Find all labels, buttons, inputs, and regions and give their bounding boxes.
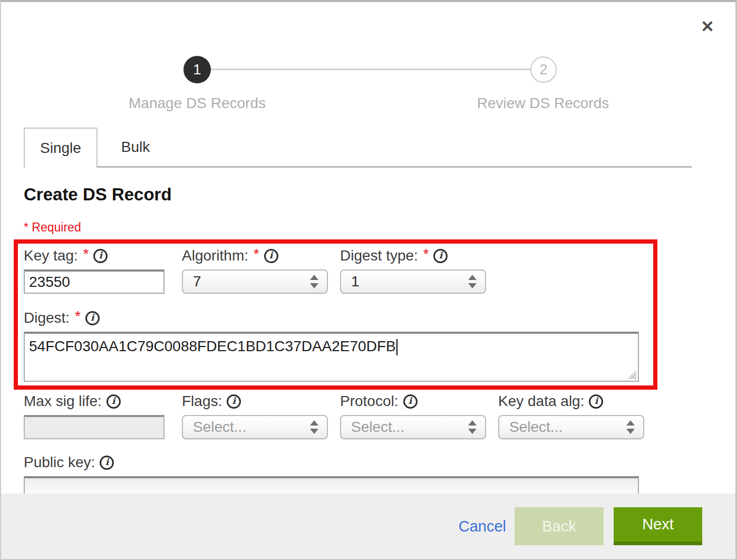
flags-select[interactable]: Select... [182, 415, 328, 439]
digest-label-text: Digest: [24, 310, 70, 326]
public-key-label-text: Public key: [24, 454, 95, 471]
flags-label: Flags: i [182, 392, 328, 410]
algorithm-select-value: 7 [193, 273, 201, 290]
key-tag-input[interactable] [24, 269, 164, 294]
required-asterisk: * [75, 308, 81, 325]
key-data-alg-select-value: Select... [509, 419, 563, 436]
key-data-alg-label-text: Key data alg: [498, 393, 584, 410]
algorithm-select[interactable]: 7 [182, 269, 328, 294]
select-arrows-icon [310, 275, 318, 288]
max-sig-life-label: Max sig life: i [24, 392, 164, 410]
back-button[interactable]: Back [515, 507, 604, 545]
digest-value: 54FCF030AA1C79C0088FDEC1BD1C37DAA2E70DFB [29, 338, 396, 354]
field-public-key: Public key: i [24, 453, 639, 498]
protocol-label: Protocol: i [340, 392, 486, 410]
digest-type-label-text: Digest type: [340, 247, 418, 264]
digest-type-select-value: 1 [351, 273, 360, 290]
info-icon[interactable]: i [589, 394, 603, 409]
field-max-sig-life: Max sig life: i [24, 392, 164, 439]
flags-label-text: Flags: [182, 393, 222, 410]
digest-textarea[interactable]: 54FCF030AA1C79C0088FDEC1BD1C37DAA2E70DFB [24, 332, 639, 382]
select-arrows-icon [626, 420, 635, 434]
max-sig-life-input[interactable] [24, 415, 164, 439]
key-tag-label-text: Key tag: [24, 247, 78, 264]
field-key-tag: Key tag: * i [24, 247, 164, 294]
next-button[interactable]: Next [614, 507, 702, 545]
info-icon[interactable]: i [227, 394, 241, 409]
protocol-label-text: Protocol: [340, 393, 399, 410]
field-algorithm: Algorithm: * i 7 [182, 247, 328, 294]
digest-label: Digest: * i [24, 309, 639, 327]
select-arrows-icon [468, 420, 477, 434]
max-sig-life-label-text: Max sig life: [24, 393, 102, 410]
key-data-alg-select[interactable]: Select... [498, 415, 644, 439]
info-icon[interactable]: i [100, 456, 114, 470]
required-asterisk: * [423, 246, 429, 263]
info-icon[interactable]: i [433, 249, 448, 263]
cancel-button[interactable]: Cancel [459, 518, 506, 535]
step-2-circle: 2 [530, 56, 557, 83]
info-icon[interactable]: i [106, 394, 121, 409]
flags-select-value: Select... [193, 419, 246, 436]
text-caret [396, 339, 397, 355]
required-asterisk: * [254, 246, 259, 263]
required-note: * Required [24, 220, 81, 235]
field-digest: Digest: * i 54FCF030AA1C79C0088FDEC1BD1C… [24, 309, 639, 382]
public-key-label: Public key: i [24, 453, 639, 471]
close-icon[interactable]: ✕ [696, 15, 719, 38]
key-data-alg-label: Key data alg: i [498, 392, 644, 410]
page-title: Create DS Record [24, 185, 172, 205]
digest-type-select[interactable]: 1 [340, 269, 486, 294]
info-icon[interactable]: i [85, 311, 100, 325]
modal-footer: Cancel Back Next [1, 494, 735, 559]
algorithm-label-text: Algorithm: [182, 247, 248, 264]
select-arrows-icon [310, 420, 318, 434]
protocol-select[interactable]: Select... [340, 415, 486, 439]
tab-single[interactable]: Single [24, 128, 98, 168]
stepper-connector-line [211, 69, 530, 70]
algorithm-label: Algorithm: * i [182, 247, 328, 265]
info-icon[interactable]: i [93, 249, 108, 263]
protocol-select-value: Select... [351, 419, 404, 436]
key-tag-label: Key tag: * i [24, 247, 164, 265]
create-ds-record-modal: ✕ 1 2 Manage DS Records Review DS Record… [0, 0, 737, 560]
field-protocol: Protocol: i Select... [340, 392, 486, 439]
field-key-data-alg: Key data alg: i Select... [498, 392, 644, 439]
info-icon[interactable]: i [264, 249, 278, 263]
info-icon[interactable]: i [403, 394, 418, 409]
tab-bulk[interactable]: Bulk [99, 128, 172, 166]
step-1-circle: 1 [183, 56, 211, 83]
select-arrows-icon [468, 275, 477, 288]
tab-bar-underline [24, 166, 692, 168]
field-digest-type: Digest type: * i 1 [340, 247, 486, 294]
resize-grip-icon[interactable] [627, 370, 636, 379]
digest-type-label: Digest type: * i [340, 247, 486, 265]
step-1-label: Manage DS Records [113, 95, 282, 112]
step-2-label: Review DS Records [459, 95, 627, 112]
field-flags: Flags: i Select... [182, 392, 328, 439]
required-asterisk: * [83, 246, 89, 263]
